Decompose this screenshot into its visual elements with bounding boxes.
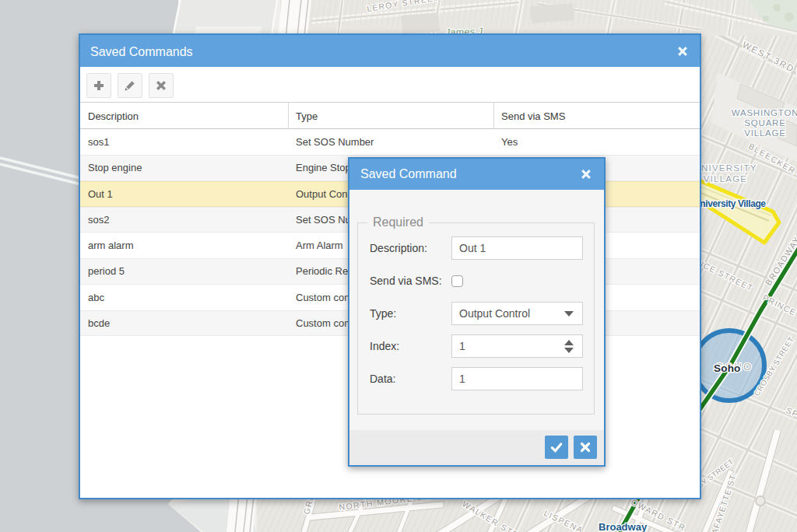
svg-text:Soho: Soho [714,362,741,374]
svg-text:WASHINGTON: WASHINGTON [732,108,797,117]
svg-text:Broadway: Broadway [599,521,648,532]
svg-text:UNIVERSITY: UNIVERSITY [693,163,757,173]
svg-text:VILLAGE: VILLAGE [744,128,786,138]
svg-text:VILLAGE: VILLAGE [704,174,747,184]
svg-text:University Village: University Village [693,198,766,209]
svg-text:SQUARE: SQUARE [744,118,785,128]
